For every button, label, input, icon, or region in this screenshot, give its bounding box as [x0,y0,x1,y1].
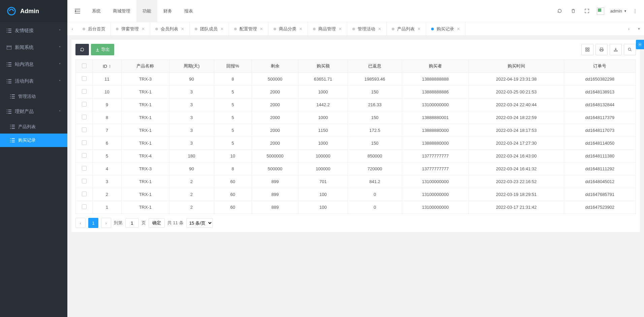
export-tool-button[interactable] [610,44,622,55]
sidebar-sub-item[interactable]: 产品列表 [0,120,67,134]
sidebar-group-label: 友情链接 [15,28,34,34]
row-checkbox[interactable] [82,89,87,94]
table-cell: dd1647685791 [564,188,636,201]
row-checkbox[interactable] [82,192,87,196]
table-cell [76,188,93,201]
more-icon[interactable]: ⋮ [633,8,637,13]
table-cell: 841.2 [348,175,402,188]
table-cell: 850000 [348,150,402,163]
table-cell: 4 [93,163,122,175]
tab[interactable]: 会员列表✕ [150,22,190,36]
table-cell: 1 [93,201,122,214]
side-config-toggle[interactable] [636,40,644,49]
sidebar-sub-item[interactable]: 购买记录 [0,134,67,147]
refresh-icon[interactable] [556,7,564,15]
sort-icon[interactable]: ▲▼ [108,64,111,68]
trash-icon[interactable] [570,7,577,15]
table-cell: 90 [169,163,214,175]
tab[interactable]: 弹窗管理✕ [111,22,150,36]
row-checkbox[interactable] [82,115,87,119]
tab-close-icon[interactable]: ✕ [378,27,381,31]
row-checkbox[interactable] [82,76,87,81]
tab-close-icon[interactable]: ✕ [181,27,184,31]
chevron-down-icon: ˅ [59,63,61,66]
row-checkbox[interactable] [82,166,87,171]
tab[interactable]: 后台首页 [77,22,111,36]
select-all-checkbox[interactable] [82,63,87,68]
svg-rect-6 [588,50,589,51]
column-header[interactable]: ID▲▼ [93,60,122,73]
row-checkbox[interactable] [82,179,87,183]
pagination-page-1[interactable]: 1 [88,218,98,228]
list-icon [7,62,11,66]
table-cell: 100 [298,188,348,201]
table-cell: 13100000000 [402,175,469,188]
sidebar-group[interactable]: 活动列表˄ [0,73,67,90]
tab-label: 团队成员 [200,26,218,32]
tab[interactable]: 商品分类✕ [268,22,308,36]
table-cell: 13888880000 [402,137,469,150]
tab[interactable]: 团队成员✕ [190,22,229,36]
top-menu-item[interactable]: 系统 [86,0,107,22]
tab-close-icon[interactable]: ✕ [260,27,263,31]
table-cell [76,201,93,214]
sidebar-group[interactable]: 理财产品˄ [0,103,67,120]
table-cell: dd1648138913 [564,86,636,98]
row-checkbox[interactable] [82,204,87,209]
table-filter-button[interactable] [581,44,593,55]
table-cell: 2000 [252,137,298,150]
fullscreen-icon[interactable] [583,7,591,15]
top-menu-item[interactable]: 财务 [157,0,178,22]
tab-close-icon[interactable]: ✕ [417,27,421,31]
sidebar-sub-item[interactable]: 管理活动 [0,90,67,103]
table-cell: 2022-03-24 18:17:53 [469,124,564,137]
tab-close-icon[interactable]: ✕ [299,27,302,31]
pagination-pagesize-select[interactable]: 15 条/页 [186,218,213,228]
table-cell: 150 [348,86,402,98]
tabs-scroll-left-button[interactable]: ‹ [67,22,77,36]
pagination-goto-input[interactable] [125,218,139,228]
sidebar-group[interactable]: 站内消息˅ [0,56,67,73]
print-button[interactable] [595,44,608,55]
tab[interactable]: 配置管理✕ [229,22,268,36]
tab-close-icon[interactable]: ✕ [220,27,224,31]
tabs-scroll-right-button[interactable]: › [624,22,634,36]
row-checkbox[interactable] [82,127,87,132]
brand: Admin [0,0,67,22]
column-header: 剩余 [252,60,298,73]
tab[interactable]: 购买记录✕ [426,22,465,36]
sidebar-group[interactable]: 友情链接˅ [0,22,67,39]
export-button[interactable]: 导出 [91,44,114,55]
row-checkbox[interactable] [82,102,87,107]
tab[interactable]: 商品管理✕ [308,22,347,36]
tab-close-icon[interactable]: ✕ [339,27,342,31]
sidebar-sub-label: 购买记录 [18,137,36,143]
table-cell [76,86,93,98]
pagination-prev-button[interactable]: ‹ [75,218,86,228]
avatar [597,7,604,15]
table-cell: 1442.2 [298,98,348,111]
list-icon [7,46,11,50]
tab-close-icon[interactable]: ✕ [457,27,460,31]
top-menu-item[interactable]: 商城管理 [107,0,136,22]
data-table: ID▲▼产品名称周期(天)回报%剩余购买额已返息购买者购买时间订单号 11TRX… [75,59,636,214]
tab[interactable]: 管理活动✕ [347,22,387,36]
menu-toggle-button[interactable] [71,9,84,13]
row-checkbox[interactable] [82,153,87,158]
top-menu-item[interactable]: 功能 [136,0,157,22]
sidebar-group[interactable]: 新闻系统˅ [0,39,67,56]
pagination-next-button[interactable]: › [101,218,111,228]
table-cell: 2 [169,175,214,188]
refresh-button[interactable] [75,44,89,55]
table-cell: 13777777777 [402,150,469,163]
tabs-dropdown-button[interactable]: ▼ [634,22,644,36]
row-checkbox[interactable] [82,140,87,145]
table-cell: 5 [214,111,252,124]
tab[interactable]: 产品列表✕ [387,22,426,36]
top-menu-item[interactable]: 报表 [178,0,199,22]
user-menu[interactable]: admin ▼ [610,8,627,13]
pagination-confirm-button[interactable]: 确定 [149,218,165,228]
tab-close-icon[interactable]: ✕ [141,27,145,31]
column-header: 产品名称 [122,60,169,73]
search-button[interactable] [624,44,636,55]
